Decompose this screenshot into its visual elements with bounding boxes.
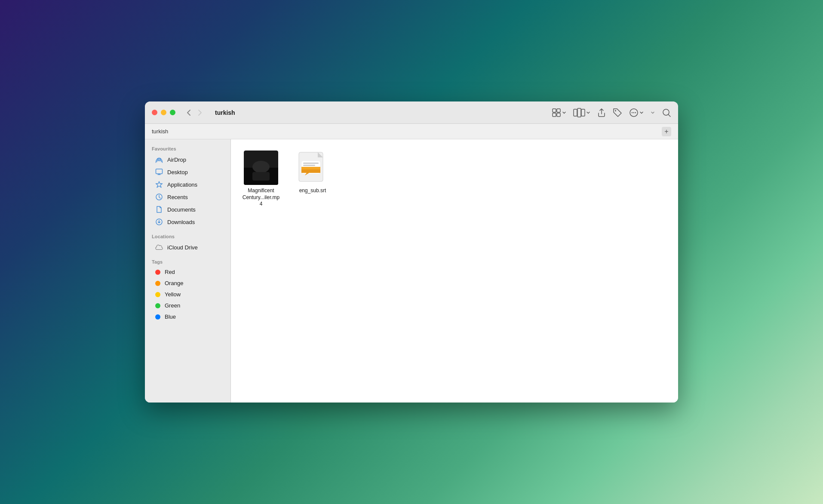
svg-point-9 [632, 112, 633, 113]
desktop-icon [155, 168, 163, 176]
search-button[interactable] [662, 108, 671, 117]
svg-rect-4 [574, 109, 577, 116]
video-filename: Magnificent Century...iler.mp4 [242, 187, 280, 208]
svg-rect-5 [577, 108, 581, 117]
recents-label: Recents [167, 194, 188, 200]
downloads-icon [155, 218, 163, 226]
icloud-icon [155, 243, 163, 251]
svg-rect-3 [557, 113, 560, 117]
sidebar-item-applications[interactable]: Applications [148, 178, 227, 191]
icloud-label: iCloud Drive [167, 244, 198, 251]
window-title: turkish [215, 109, 235, 116]
airdrop-label: AirDrop [167, 157, 186, 163]
tag-dot-red [155, 270, 160, 275]
file-item-video[interactable]: Magnificent Century...iler.mp4 [240, 148, 283, 210]
svg-rect-14 [156, 169, 163, 174]
file-area: Magnificent Century...iler.mp4 [231, 139, 678, 403]
minimize-button[interactable] [161, 110, 166, 115]
share-button[interactable] [597, 108, 606, 117]
tag-orange-label: Orange [165, 280, 183, 286]
airdrop-icon [155, 156, 163, 163]
svg-rect-20 [252, 172, 270, 181]
nav-buttons [184, 108, 205, 118]
gallery-chevron [586, 111, 590, 115]
finder-window: turkish [145, 101, 678, 403]
sidebar-item-recents[interactable]: Recents [148, 191, 227, 203]
maximize-button[interactable] [170, 110, 175, 115]
sidebar-item-tag-red[interactable]: Red [148, 267, 227, 277]
tag-dot-orange [155, 281, 160, 286]
file-item-srt[interactable]: eng_sub.srt [291, 148, 334, 210]
sidebar-item-documents[interactable]: Documents [148, 203, 227, 215]
back-button[interactable] [184, 108, 193, 118]
path-bar: turkish + [145, 124, 678, 139]
more-chevron [639, 111, 644, 115]
documents-label: Documents [167, 206, 196, 213]
recents-icon [155, 193, 163, 201]
sidebar-item-downloads[interactable]: Downloads [148, 216, 227, 228]
svg-rect-24 [301, 169, 320, 173]
sidebar-item-tag-orange[interactable]: Orange [148, 278, 227, 289]
path-text: turkish [152, 128, 658, 135]
svg-point-19 [252, 161, 270, 173]
svg-rect-2 [553, 113, 556, 117]
sidebar-item-icloud[interactable]: iCloud Drive [148, 241, 227, 253]
video-thumbnail [244, 151, 278, 185]
desktop-label: Desktop [167, 169, 188, 175]
svg-point-12 [663, 109, 669, 115]
applications-icon [155, 181, 163, 188]
tags-label: Tags [145, 258, 230, 266]
path-add-button[interactable]: + [662, 127, 671, 136]
downloads-label: Downloads [167, 219, 195, 225]
tag-dot-green [155, 303, 160, 308]
sidebar-item-tag-blue[interactable]: Blue [148, 311, 227, 322]
close-button[interactable] [152, 110, 157, 115]
locations-label: Locations [145, 232, 230, 241]
sidebar-item-tag-green[interactable]: Green [148, 300, 227, 311]
sort-button[interactable] [651, 111, 655, 115]
tag-button[interactable] [613, 108, 622, 117]
sidebar-item-desktop[interactable]: Desktop [148, 166, 227, 178]
svg-rect-26 [303, 165, 315, 166]
tag-yellow-label: Yellow [165, 291, 181, 298]
tag-green-label: Green [165, 302, 180, 309]
grid-sort-chevron [562, 111, 566, 115]
view-icon-gallery[interactable] [573, 108, 590, 117]
forward-button[interactable] [195, 108, 205, 118]
traffic-lights [152, 110, 175, 115]
documents-icon [155, 206, 163, 213]
file-grid: Magnificent Century...iler.mp4 [240, 148, 669, 210]
srt-thumbnail [295, 151, 330, 185]
svg-rect-25 [303, 163, 319, 164]
sidebar-item-airdrop[interactable]: AirDrop [148, 154, 227, 166]
toolbar-icons [552, 108, 671, 117]
tag-dot-blue [155, 314, 160, 320]
main-content: Favourites AirDrop [145, 139, 678, 403]
svg-rect-1 [557, 109, 560, 112]
view-icon-grid[interactable] [552, 108, 566, 117]
more-options-button[interactable] [629, 108, 644, 117]
favourites-label: Favourites [145, 144, 230, 153]
svg-rect-0 [553, 109, 556, 112]
svg-rect-6 [581, 109, 585, 116]
svg-point-11 [635, 112, 636, 113]
svg-point-7 [615, 110, 616, 111]
tag-red-label: Red [165, 269, 175, 275]
tag-dot-yellow [155, 292, 160, 297]
srt-filename: eng_sub.srt [299, 187, 326, 194]
applications-label: Applications [167, 181, 197, 188]
sidebar: Favourites AirDrop [145, 139, 231, 403]
svg-point-10 [633, 112, 634, 113]
sidebar-item-tag-yellow[interactable]: Yellow [148, 289, 227, 300]
tag-blue-label: Blue [165, 313, 176, 320]
toolbar: turkish [145, 101, 678, 124]
